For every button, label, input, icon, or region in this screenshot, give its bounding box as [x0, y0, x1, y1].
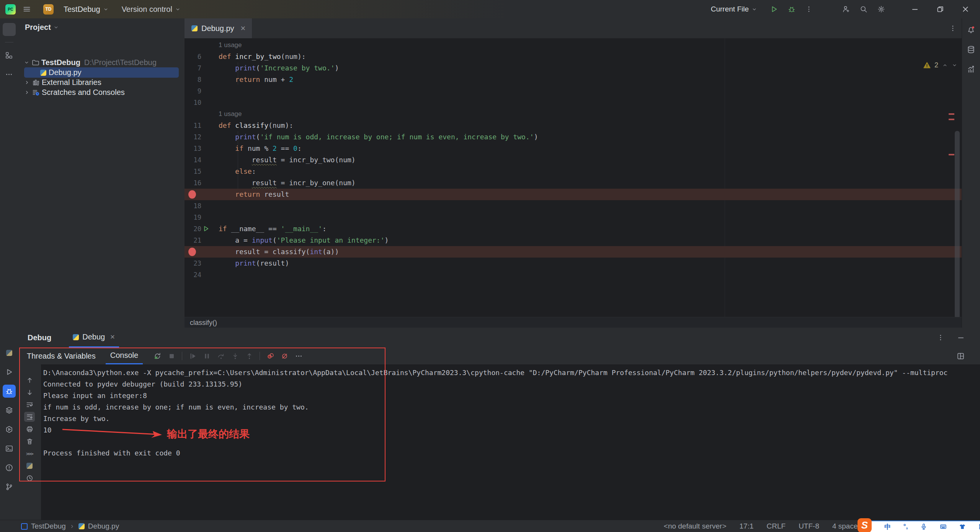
prompt-icon[interactable]: >>>: [24, 449, 35, 459]
line-number[interactable]: 11: [185, 120, 201, 131]
rerun-debug-icon[interactable]: [152, 351, 163, 361]
chevron-up-icon[interactable]: [942, 62, 948, 68]
status-breadcrumb-file[interactable]: Debug.py: [88, 522, 119, 530]
line-number[interactable]: 7: [185, 62, 201, 74]
terminal-tool-icon[interactable]: [3, 442, 16, 455]
python-packages-tool-icon[interactable]: [3, 346, 16, 359]
more-tool-icon[interactable]: [3, 68, 16, 81]
version-control-menu[interactable]: Version control: [119, 3, 184, 16]
mute-breakpoints-icon[interactable]: [279, 351, 290, 361]
line-number[interactable]: 9: [185, 85, 201, 97]
run-tool-icon[interactable]: [3, 366, 16, 379]
sogou-logo-icon[interactable]: S: [858, 518, 872, 532]
ime-language-toggle[interactable]: 中: [884, 522, 891, 531]
error-stripe-mark[interactable]: [949, 113, 954, 115]
pause-icon[interactable]: [201, 351, 212, 361]
hide-tool-window-icon[interactable]: [957, 334, 965, 341]
more-actions-icon[interactable]: [805, 6, 812, 13]
error-stripe-mark[interactable]: [949, 119, 954, 120]
line-number[interactable]: 19: [185, 212, 201, 223]
chevron-right-icon[interactable]: [24, 90, 30, 95]
plots-icon[interactable]: [965, 63, 978, 76]
virtual-keyboard-icon[interactable]: [940, 523, 947, 530]
status-default-server[interactable]: <no default server>: [664, 522, 727, 530]
minimize-button[interactable]: [907, 2, 923, 17]
close-button[interactable]: [958, 2, 973, 17]
tab-threads-variables[interactable]: Threads & Variables: [22, 348, 100, 364]
code-with-me-icon[interactable]: [842, 5, 850, 13]
ime-toolbox-icon[interactable]: [978, 523, 980, 530]
line-number[interactable]: 12: [185, 131, 201, 143]
resume-icon[interactable]: [187, 351, 198, 361]
line-number[interactable]: 14: [185, 154, 201, 166]
run-configuration-selector[interactable]: Current File: [708, 3, 760, 16]
version-control-tool-icon[interactable]: [3, 480, 16, 493]
debug-tool-icon[interactable]: [3, 385, 16, 398]
services-tool-icon[interactable]: [3, 404, 16, 417]
debug-session-tab[interactable]: Debug ✕: [69, 328, 119, 348]
status-encoding[interactable]: UTF-8: [799, 522, 819, 530]
error-stripe-mark[interactable]: [949, 154, 954, 155]
ime-skin-icon[interactable]: [959, 523, 966, 530]
line-number[interactable]: 20: [185, 223, 201, 235]
status-line-separator[interactable]: CRLF: [767, 522, 786, 530]
line-number[interactable]: 15: [185, 166, 201, 177]
line-number[interactable]: 8: [185, 74, 201, 85]
microphone-icon[interactable]: [920, 523, 927, 530]
line-number[interactable]: 10: [185, 97, 201, 108]
close-tab-icon[interactable]: ✕: [240, 24, 246, 33]
editor-tab-debug-py[interactable]: Debug.py ✕: [185, 18, 252, 38]
line-number[interactable]: 23: [185, 258, 201, 269]
view-breakpoints-icon[interactable]: [265, 351, 276, 361]
up-stack-icon[interactable]: [24, 375, 35, 385]
scroll-to-end-icon[interactable]: [24, 412, 35, 422]
line-number[interactable]: 13: [185, 143, 201, 154]
clear-icon[interactable]: [24, 436, 35, 446]
python-prompt-icon[interactable]: [24, 461, 35, 471]
project-tool-icon[interactable]: [3, 23, 16, 36]
notifications-icon[interactable]: [965, 23, 978, 36]
usage-hint[interactable]: 1 usage: [219, 108, 242, 120]
debug-options-icon[interactable]: [937, 334, 944, 341]
status-indent[interactable]: 4 spaces: [832, 522, 861, 530]
breakpoint-icon[interactable]: [188, 248, 196, 256]
chevron-down-icon[interactable]: [952, 62, 957, 68]
inspections-widget[interactable]: 2: [923, 60, 957, 70]
search-everywhere-icon[interactable]: [860, 5, 867, 13]
status-caret-position[interactable]: 17:1: [740, 522, 754, 530]
status-breadcrumb-project[interactable]: TestDebug: [31, 522, 66, 530]
chevron-right-icon[interactable]: [24, 80, 30, 85]
tree-row-project-root[interactable]: TestDebug D:\Project\TestDebug: [24, 57, 157, 68]
breadcrumb-bar[interactable]: classify(): [185, 317, 967, 328]
history-icon[interactable]: [24, 473, 35, 483]
step-into-icon[interactable]: [230, 351, 240, 361]
usage-hint[interactable]: 1 usage: [219, 39, 242, 51]
main-menu-icon[interactable]: [23, 5, 31, 13]
breadcrumb-scope[interactable]: classify(): [190, 319, 217, 327]
line-number[interactable]: 18: [185, 200, 201, 212]
line-number[interactable]: 16: [185, 177, 201, 189]
tab-options-icon[interactable]: [949, 25, 956, 32]
down-stack-icon[interactable]: [24, 387, 35, 397]
editor-vertical-scrollbar[interactable]: [955, 131, 960, 317]
line-number[interactable]: 21: [185, 235, 201, 246]
step-out-icon[interactable]: [244, 351, 255, 361]
breakpoint-icon[interactable]: [188, 190, 196, 199]
close-session-icon[interactable]: ✕: [110, 333, 115, 341]
restore-button[interactable]: [933, 2, 948, 17]
settings-gear-icon[interactable]: [877, 5, 885, 13]
problems-tool-icon[interactable]: [3, 461, 16, 474]
line-number[interactable]: 24: [185, 269, 201, 281]
run-button[interactable]: [770, 5, 778, 13]
chevron-down-icon[interactable]: [24, 60, 29, 65]
project-panel-header[interactable]: Project: [25, 23, 59, 32]
more-icon[interactable]: [293, 351, 304, 361]
tree-row-external-libraries[interactable]: External Libraries: [24, 77, 101, 88]
stop-icon[interactable]: [166, 351, 177, 361]
project-selector[interactable]: TestDebug: [60, 3, 112, 16]
tab-console[interactable]: Console: [106, 348, 143, 364]
debug-button[interactable]: [788, 5, 795, 13]
line-number[interactable]: 6: [185, 51, 201, 62]
database-icon[interactable]: [965, 43, 978, 56]
tree-row-debug-py[interactable]: Debug.py: [40, 67, 82, 78]
